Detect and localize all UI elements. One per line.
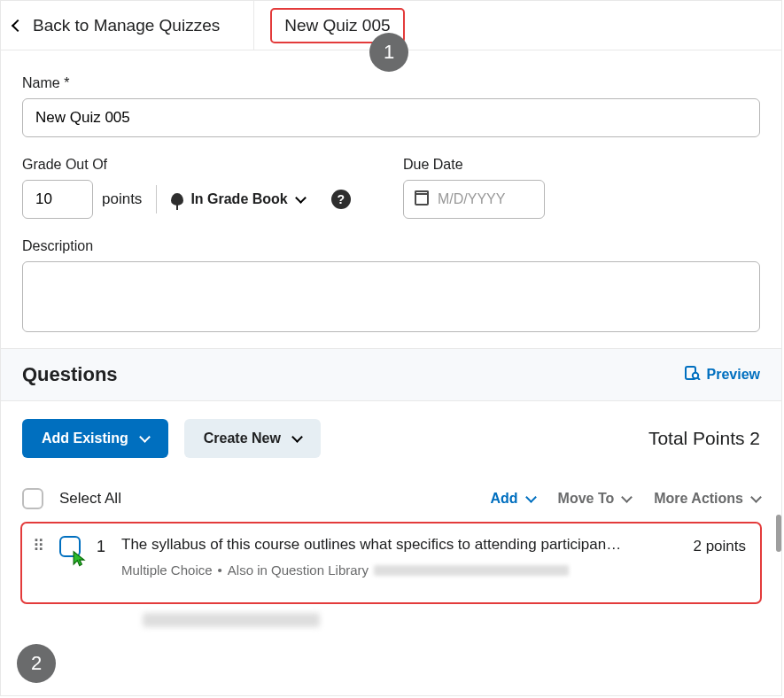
points-input[interactable] — [22, 180, 93, 219]
add-existing-button[interactable]: Add Existing — [22, 419, 168, 458]
due-date-label: Due Date — [403, 157, 760, 173]
questions-heading: Questions — [22, 363, 118, 386]
add-menu-label: Add — [490, 491, 517, 507]
select-all-checkbox[interactable] — [22, 488, 43, 509]
calendar-icon — [415, 193, 429, 206]
create-new-button[interactable]: Create New — [184, 419, 321, 458]
create-new-label: Create New — [204, 430, 281, 446]
question-checkbox[interactable] — [59, 536, 81, 557]
due-date-input[interactable]: M/D/YYYY — [403, 180, 545, 219]
question-type: Multiple Choice — [121, 562, 213, 578]
move-to-menu[interactable]: Move To — [558, 491, 632, 507]
preview-icon — [685, 366, 701, 384]
select-all-label: Select All — [59, 490, 121, 508]
total-points: Total Points 2 — [648, 428, 760, 449]
add-existing-label: Add Existing — [42, 430, 128, 446]
description-input[interactable] — [22, 261, 760, 332]
chevron-down-icon — [750, 492, 762, 503]
due-date-placeholder: M/D/YYYY — [438, 191, 505, 207]
question-points: 2 points — [693, 538, 746, 555]
preview-link[interactable]: Preview — [685, 366, 760, 384]
name-input[interactable] — [22, 98, 760, 137]
chevron-down-icon — [621, 492, 633, 503]
question-row[interactable]: ⠿ 1 The syllabus of this course outlines… — [20, 522, 762, 604]
more-actions-menu[interactable]: More Actions — [654, 491, 760, 507]
redacted-text — [374, 565, 569, 576]
chevron-down-icon — [291, 431, 303, 443]
pin-icon — [171, 193, 183, 206]
back-label: Back to Manage Quizzes — [33, 16, 220, 35]
chevron-down-icon — [139, 431, 151, 443]
question-number: 1 — [97, 538, 105, 556]
gradebook-label: In Grade Book — [190, 191, 287, 207]
add-menu[interactable]: Add — [490, 491, 534, 507]
callout-1: 1 — [369, 33, 408, 72]
grade-label: Grade Out Of — [22, 157, 403, 173]
svg-line-2 — [697, 377, 700, 380]
drag-handle-icon[interactable]: ⠿ — [33, 539, 43, 552]
description-label: Description — [22, 238, 760, 254]
chevron-left-icon — [12, 19, 24, 31]
name-label: Name * — [22, 75, 760, 91]
points-suffix: points — [102, 190, 142, 208]
callout-2: 2 — [17, 644, 56, 683]
back-to-manage-link[interactable]: Back to Manage Quizzes — [13, 1, 237, 50]
move-to-label: Move To — [558, 491, 615, 507]
question-also-in: Also in Question Library — [228, 562, 369, 578]
chevron-down-icon — [525, 492, 537, 503]
redacted-text — [143, 613, 320, 627]
gradebook-dropdown[interactable]: In Grade Book — [171, 191, 304, 207]
more-actions-label: More Actions — [654, 491, 743, 507]
chevron-down-icon — [295, 192, 307, 204]
scrollbar[interactable] — [776, 515, 781, 552]
divider — [156, 185, 157, 213]
help-icon[interactable]: ? — [331, 190, 351, 209]
question-title: The syllabus of this course outlines wha… — [121, 536, 677, 554]
preview-label: Preview — [707, 367, 760, 383]
